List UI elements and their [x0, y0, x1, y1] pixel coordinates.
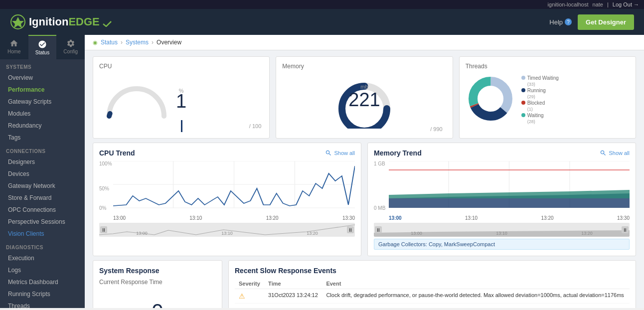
gc-info: Garbage Collectors: Copy, MarkSweepCompa…: [374, 239, 630, 250]
sidebar-item-running-scripts[interactable]: Running Scripts: [0, 288, 85, 300]
sidebar-item-performance[interactable]: Performance: [0, 84, 85, 96]
svg-marker-1: [12, 17, 24, 28]
cpu-trend-show-all[interactable]: Show all: [325, 150, 355, 156]
sidebar-icon-status[interactable]: Status: [28, 35, 57, 59]
help-label: Help: [549, 18, 563, 26]
get-designer-button[interactable]: Get Designer: [578, 14, 634, 30]
cpu-trend-title: CPU Trend: [99, 149, 135, 157]
sidebar-item-logs[interactable]: Logs: [0, 264, 85, 276]
threads-container: Timed Waiting (33) Running (29) Blocked …: [466, 74, 630, 125]
main-content: ◉ Status › Systems › Overview CPU: [85, 35, 644, 308]
sidebar-item-overview[interactable]: Overview: [0, 72, 85, 84]
charts-row: CPU Trend Show all 100% 50% 0%: [85, 143, 644, 260]
cpu-value: 1: [99, 92, 263, 111]
memory-x-1300: 13:00: [389, 215, 402, 221]
system-response-title: System Response: [99, 267, 216, 275]
config-icon: [66, 39, 75, 48]
cpu-x-1300: 13:00: [113, 215, 126, 221]
status-icon-label: Status: [35, 50, 49, 55]
sidebar-item-gateway-network[interactable]: Gateway Network: [0, 180, 85, 192]
svg-point-8: [482, 90, 499, 108]
memory-trend-header: Memory Trend Show all: [374, 149, 630, 157]
breadcrumb: ◉ Status › Systems › Overview: [85, 35, 644, 50]
legend-label-timed-waiting: Timed Waiting: [527, 75, 559, 81]
threads-donut-svg: [466, 74, 515, 124]
sidebar-item-opc-connections[interactable]: OPC Connections: [0, 204, 85, 216]
recent-events-title: Recent Slow Response Events: [235, 267, 630, 275]
cpu-trend-card: CPU Trend Show all 100% 50% 0%: [93, 143, 361, 256]
cpu-show-all-label: Show all: [334, 150, 355, 156]
sidebar-item-execution[interactable]: Execution: [0, 252, 85, 264]
memory-x-1310: 13:10: [465, 215, 478, 221]
memory-sparkline-labels: 13:00 13:10 13:20: [374, 231, 630, 236]
logout-link[interactable]: Log Out →: [613, 1, 639, 7]
sidebar-item-metrics-dashboard[interactable]: Metrics Dashboard: [0, 276, 85, 288]
cpu-trend-header: CPU Trend Show all: [99, 149, 355, 157]
sidebar-icon-config[interactable]: Config: [56, 35, 85, 59]
status-icon: [38, 40, 47, 49]
sidebar-item-redundancy[interactable]: Redundancy: [0, 120, 85, 132]
legend-label-waiting: Waiting: [527, 113, 544, 118]
sidebar-item-modules[interactable]: Modules: [0, 108, 85, 120]
app-layout: Home Status Config SYSTEMS Overview Perf…: [0, 35, 644, 308]
cpu-sparkline: 13:00 13:10 13:20 ⏸ ⏸: [99, 223, 355, 237]
memory-trend-svg: [389, 161, 630, 208]
col-severity: Severity: [235, 279, 264, 289]
logo: IgnitionEDGE: [10, 14, 112, 30]
table-row: ⚠ 31Oct2023 13:24:12 Clock drift, degrad…: [235, 289, 630, 304]
current-response-subtitle: Current Response Time: [99, 279, 216, 286]
sidebar-item-gateway-scripts[interactable]: Gateway Scripts: [0, 96, 85, 108]
sidebar-item-vision-clients[interactable]: Vision Clients: [0, 228, 85, 240]
cpu-y-100: 100%: [99, 161, 112, 166]
sidebar-icon-home[interactable]: Home: [0, 35, 28, 59]
cpu-trend-svg: [113, 161, 355, 208]
memory-card-title: Memory: [282, 63, 446, 70]
header: IgnitionEDGE Help ? Get Designer: [0, 9, 644, 35]
cpu-x-labels: 13:00 13:10 13:20 13:30: [113, 215, 355, 221]
memory-show-all-label: Show all: [609, 150, 630, 156]
config-icon-label: Config: [63, 49, 78, 54]
memory-x-1330: 13:30: [617, 215, 630, 221]
legend-blocked: Blocked: [521, 100, 559, 106]
connections-section-title: CONNECTIONS: [0, 144, 85, 156]
top-bar: ignition-localhost nate | Log Out →: [0, 0, 644, 9]
col-event: Event: [322, 279, 630, 289]
diagnostics-section-title: DIAGNOSTICS: [0, 240, 85, 252]
cpu-scroll-left[interactable]: ⏸: [100, 226, 107, 233]
bottom-row: System Response Current Response Time 0 …: [85, 260, 644, 308]
response-value: 0: [99, 290, 216, 308]
memory-sparkline: 13:00 13:10 13:20 ⏸ ⏸: [374, 223, 630, 237]
legend-dot-timed-waiting: [521, 76, 525, 80]
breadcrumb-current: Overview: [157, 39, 181, 46]
memory-scroll-left[interactable]: ⏸: [375, 226, 382, 233]
sidebar-item-store-forward[interactable]: Store & Forward: [0, 192, 85, 204]
logo-ignition-text: IgnitionEDGE: [29, 15, 100, 28]
cards-row: CPU % 1 / 100: [85, 50, 644, 143]
cpu-x-1310: 13:10: [189, 215, 202, 221]
recent-events-card: Recent Slow Response Events Severity Tim…: [228, 260, 636, 308]
memory-trend-title: Memory Trend: [374, 149, 422, 157]
help-button[interactable]: Help ?: [549, 18, 572, 26]
legend-label-blocked: Blocked: [527, 100, 545, 106]
pipe: |: [607, 1, 609, 7]
sidebar-item-tags[interactable]: Tags: [0, 132, 85, 144]
cpu-card: CPU % 1 / 100: [93, 56, 270, 139]
breadcrumb-status[interactable]: Status: [101, 39, 118, 46]
memory-zoom-icon: [600, 150, 607, 156]
cpu-scroll-right[interactable]: ⏸: [347, 226, 354, 233]
memory-y-0mb: 0 MB: [374, 205, 385, 211]
sidebar-item-devices[interactable]: Devices: [0, 168, 85, 180]
threads-card: Threads: [459, 56, 636, 139]
memory-scroll-right[interactable]: ⏸: [622, 226, 629, 233]
threads-card-title: Threads: [466, 63, 630, 70]
legend-waiting: Waiting: [521, 113, 559, 118]
threads-legend: Timed Waiting (33) Running (29) Blocked …: [521, 75, 559, 124]
sidebar-item-designers[interactable]: Designers: [0, 156, 85, 168]
memory-trend-card: Memory Trend Show all 1 GB 0 MB: [367, 143, 636, 256]
sidebar-item-perspective-sessions[interactable]: Perspective Sessions: [0, 216, 85, 228]
memory-x-1320: 13:20: [541, 215, 553, 221]
sidebar-item-threads[interactable]: Threads: [0, 300, 85, 308]
memory-trend-show-all[interactable]: Show all: [600, 150, 630, 156]
memory-y-1gb: 1 GB: [374, 161, 385, 166]
breadcrumb-systems[interactable]: Systems: [126, 39, 149, 46]
